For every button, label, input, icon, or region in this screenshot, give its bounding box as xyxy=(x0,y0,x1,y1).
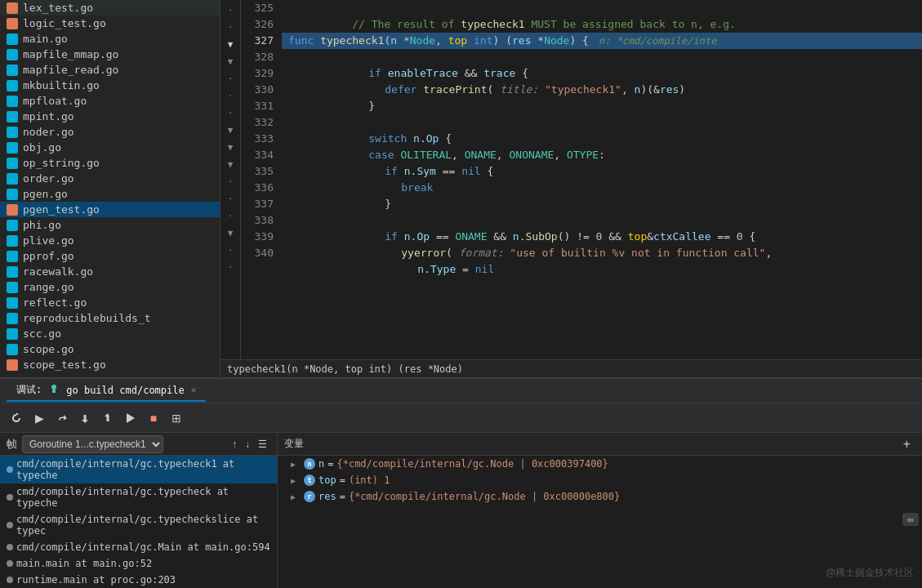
fold-icon-326[interactable]: · xyxy=(226,20,235,34)
frame-item-2[interactable]: cmd/compile/internal/gc.typecheckslice a… xyxy=(0,511,277,539)
code-line-339: yyerror( format: "use of builtin %v not … xyxy=(282,229,922,245)
sidebar-item-plive[interactable]: plive.go xyxy=(0,233,220,248)
run-config-label: go build cmd/compile xyxy=(66,385,185,396)
stop-button[interactable]: ■ xyxy=(144,408,163,428)
sidebar-item-mapfile-read[interactable]: mapfile_read.go xyxy=(0,62,220,78)
code-line-333: case OLITERAL, ONAME, ONONAME, OTYPE: xyxy=(282,131,922,147)
frame-item-5[interactable]: runtime.main at proc.go:203 xyxy=(0,572,277,588)
fold-icon-327[interactable]: ▼ xyxy=(226,38,235,51)
step-into-button[interactable] xyxy=(75,408,95,428)
fold-icon-336[interactable]: · xyxy=(226,192,235,206)
fold-icon-329[interactable]: · xyxy=(226,72,235,86)
var-item-res[interactable]: ▶ r res = {*cmd/compile/internal/gc.Node… xyxy=(278,488,922,505)
frame-label: cmd/compile/internal/gc.Main at main.go:… xyxy=(16,541,270,553)
var-name-n: n xyxy=(318,458,324,470)
sidebar-item-phi[interactable]: phi.go xyxy=(0,217,220,233)
var-eq: = xyxy=(340,474,345,486)
sidebar-item-range[interactable]: range.go xyxy=(0,279,220,295)
run-to-cursor-button[interactable] xyxy=(121,408,140,428)
file-icon-go xyxy=(7,49,18,60)
var-expand-icon: ▶ xyxy=(291,460,301,469)
table-view-button[interactable]: ⊞ xyxy=(167,408,186,428)
scroll-bottom-button[interactable]: ∞ xyxy=(902,513,919,526)
file-icon-go xyxy=(7,235,18,247)
frame-item-0[interactable]: cmd/compile/internal/gc.typecheck1 at ty… xyxy=(0,456,277,483)
file-name: pprof.go xyxy=(23,250,74,262)
frame-item-1[interactable]: cmd/compile/internal/gc.typecheck at typ… xyxy=(0,483,277,511)
fold-icon-334[interactable]: ▼ xyxy=(226,158,235,172)
file-name: logic_test.go xyxy=(23,17,106,29)
fold-icon-331[interactable]: · xyxy=(226,106,235,120)
sidebar-item-reflect[interactable]: reflect.go xyxy=(0,295,220,310)
frame-item-4[interactable]: main.main at main.go:52 xyxy=(0,555,277,572)
bug-icon xyxy=(48,383,60,394)
debug-tab-label: 调试: xyxy=(16,383,42,397)
var-eq: = xyxy=(340,491,345,502)
svg-rect-1 xyxy=(52,390,56,393)
fold-icon-335[interactable]: · xyxy=(226,175,235,189)
add-watch-button[interactable]: + xyxy=(898,437,915,452)
sidebar-item-reproducible[interactable]: reproduciblebuilds_t xyxy=(0,310,220,326)
debug-panel: 调试: go build cmd/compile ✕ ▶ xyxy=(0,377,922,588)
fold-icon-338[interactable]: ▼ xyxy=(226,226,235,240)
sidebar-item-racewalk[interactable]: racewalk.go xyxy=(0,264,220,279)
sidebar-item-pprof[interactable]: pprof.go xyxy=(0,248,220,264)
var-item-top[interactable]: ▶ t top = (int) 1 xyxy=(278,472,922,488)
sidebar-item-logic-test[interactable]: logic_test.go xyxy=(0,16,220,31)
debug-content: 帧 Goroutine 1...c.typecheck1 ↑ ↓ ☰ cmd/c… xyxy=(0,433,922,588)
frames-panel: 帧 Goroutine 1...c.typecheck1 ↑ ↓ ☰ cmd/c… xyxy=(0,433,278,588)
fold-icon-328[interactable]: ▼ xyxy=(226,55,235,69)
step-over-button[interactable] xyxy=(52,408,72,428)
file-icon-go xyxy=(7,189,18,200)
sidebar-item-noder[interactable]: noder.go xyxy=(0,124,220,140)
sidebar-item-op-string[interactable]: op_string.go xyxy=(0,155,220,171)
sidebar-item-scope[interactable]: scope.go xyxy=(0,341,220,357)
resume-button[interactable]: ▶ xyxy=(29,408,49,428)
restart-button[interactable] xyxy=(7,408,26,428)
file-icon-go xyxy=(7,266,18,278)
sidebar-item-pgen-test[interactable]: pgen_test.go xyxy=(0,202,220,217)
fold-icon-340[interactable]: · xyxy=(226,261,235,274)
frame-up-button[interactable]: ↑ xyxy=(229,437,240,452)
fold-icon-330[interactable]: · xyxy=(226,89,235,103)
sidebar-item-mapfile-mmap[interactable]: mapfile_mmap.go xyxy=(0,47,220,62)
file-name: scope.go xyxy=(23,343,74,355)
frame-item-3[interactable]: cmd/compile/internal/gc.Main at main.go:… xyxy=(0,539,277,555)
step-out-button[interactable] xyxy=(98,408,118,428)
debug-toolbar: ▶ ■ ⊞ xyxy=(0,403,922,433)
fold-icon-325[interactable]: · xyxy=(226,3,235,17)
sidebar-item-main[interactable]: main.go xyxy=(0,31,220,47)
step-over-icon xyxy=(56,412,69,425)
sidebar-item-obj[interactable]: obj.go xyxy=(0,140,220,155)
sidebar-item-mpint[interactable]: mpint.go xyxy=(0,109,220,124)
sidebar-item-scope-test[interactable]: scope_test.go xyxy=(0,357,220,372)
fold-icon-337[interactable]: · xyxy=(226,209,235,223)
sidebar-item-mkbuiltin[interactable]: mkbuiltin.go xyxy=(0,78,220,93)
sidebar-item-pgen[interactable]: pgen.go xyxy=(0,186,220,202)
frame-menu-button[interactable]: ☰ xyxy=(255,437,270,452)
fold-icon-333[interactable]: ▼ xyxy=(226,140,235,154)
goroutine-selector[interactable]: Goroutine 1...c.typecheck1 xyxy=(22,435,163,453)
frame-down-button[interactable]: ↓ xyxy=(242,437,253,452)
fold-icon-332[interactable]: ▼ xyxy=(226,123,235,137)
var-item-n[interactable]: ▶ n n = {*cmd/compile/internal/gc.Node |… xyxy=(278,456,922,472)
sidebar-item-mpfloat[interactable]: mpfloat.go xyxy=(0,93,220,109)
code-line-331 xyxy=(282,98,922,114)
file-name: op_string.go xyxy=(23,157,100,169)
var-type-icon-top: t xyxy=(304,474,315,486)
fold-icon-339[interactable]: · xyxy=(226,243,235,257)
code-line-340: n.Type = nil xyxy=(282,245,922,261)
sidebar-item-scc[interactable]: scc.go xyxy=(0,326,220,341)
sidebar-item-lex-test[interactable]: lex_test.go xyxy=(0,0,220,16)
sidebar-item-order[interactable]: order.go xyxy=(0,171,220,186)
frame-inactive-icon xyxy=(7,494,13,501)
file-icon-go xyxy=(7,127,18,138)
svg-point-0 xyxy=(51,385,56,390)
file-icon-go xyxy=(7,313,18,324)
frame-inactive-icon xyxy=(7,560,13,567)
frames-header: 帧 Goroutine 1...c.typecheck1 ↑ ↓ ☰ xyxy=(0,433,277,456)
file-name: mapfile_mmap.go xyxy=(23,48,118,60)
file-name: main.go xyxy=(23,33,68,45)
tab-close-icon[interactable]: ✕ xyxy=(191,385,197,395)
debug-tab-active[interactable]: 调试: go build cmd/compile ✕ xyxy=(7,380,206,402)
